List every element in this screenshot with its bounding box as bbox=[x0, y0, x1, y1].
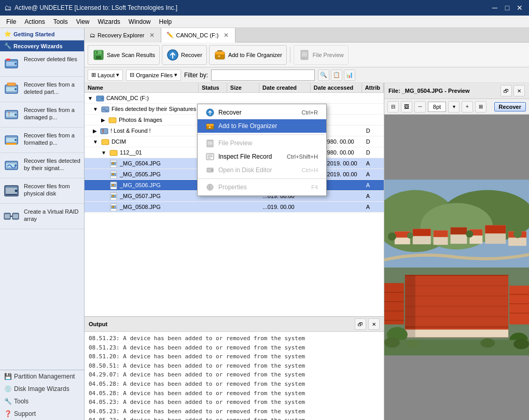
sidebar-item-physical[interactable]: Recover files from physical disk bbox=[0, 178, 84, 204]
preview-restore-btn[interactable]: 🗗 bbox=[500, 85, 512, 96]
output-line: 08.51.23: A device has been added to or … bbox=[89, 334, 380, 343]
sidebar-item-signatures[interactable]: Recover files detected by their signat..… bbox=[0, 153, 84, 178]
cell-name-signatures: ▼ Files detected by their Signatures bbox=[85, 104, 199, 114]
svg-point-10 bbox=[15, 114, 17, 116]
svg-rect-110 bbox=[384, 283, 404, 324]
layout-button[interactable]: ⊞ Layout ▾ bbox=[88, 69, 123, 81]
maximize-button[interactable]: □ bbox=[502, 4, 512, 12]
file-preview-button[interactable]: File Preview bbox=[294, 45, 349, 65]
svg-rect-121 bbox=[384, 340, 529, 355]
sidebar-item-raid[interactable]: Create a Virtual RAID array bbox=[0, 204, 84, 229]
cell-size-0508 bbox=[227, 206, 259, 208]
ctx-file-preview[interactable]: File Preview bbox=[198, 136, 326, 150]
preview-size-input[interactable] bbox=[428, 102, 446, 112]
cell-accessed bbox=[311, 97, 363, 99]
table-row[interactable]: ▼ CANON_DC (F:) bbox=[85, 93, 384, 104]
menu-tools[interactable]: Tools bbox=[49, 17, 72, 26]
preview-img-btn[interactable]: 🖼 bbox=[401, 101, 412, 113]
ctx-disk-editor[interactable]: Open in Disk Editor Ctrl+H bbox=[198, 163, 326, 177]
svg-point-122 bbox=[384, 337, 400, 347]
content-area: 🗂 Recovery Explorer ✕ ✏️ CANON_DC (F:) ✕… bbox=[85, 28, 529, 420]
context-menu: Recover Ctrl+R + Add to File Organizer bbox=[197, 104, 327, 196]
sidebar-item-deleted-part[interactable]: Recover files from a deleted part... bbox=[0, 77, 84, 102]
header-status[interactable]: Status bbox=[199, 83, 227, 92]
output-close-btn[interactable]: ✕ bbox=[368, 318, 380, 330]
sidebar-item-formatted[interactable]: Recover files from a formatted p... bbox=[0, 128, 84, 153]
tab-close-explorer[interactable]: ✕ bbox=[148, 32, 156, 39]
menu-file[interactable]: File bbox=[2, 17, 20, 26]
ctx-recover-label: Recover bbox=[218, 109, 242, 116]
header-accessed[interactable]: Date accessed bbox=[311, 83, 362, 92]
preview-zoom-out-btn[interactable]: ─ bbox=[414, 101, 426, 113]
expand-icon[interactable]: ▼ bbox=[88, 95, 93, 101]
svg-rect-25 bbox=[5, 214, 10, 218]
header-attrib[interactable]: Attrib bbox=[362, 83, 384, 92]
ctx-recover[interactable]: Recover Ctrl+R bbox=[198, 106, 326, 119]
add-organizer-button[interactable]: + Add to File Organizer bbox=[209, 45, 287, 65]
sidebar-disk-image[interactable]: 💿 Disk Image Wizards bbox=[0, 383, 84, 395]
sidebar-recovery-wizards[interactable]: 🔧 Recovery Wizards bbox=[0, 40, 84, 51]
cell-attrib-0506: A bbox=[363, 181, 384, 189]
minimize-button[interactable]: ─ bbox=[490, 4, 500, 12]
hdd-physical-icon bbox=[3, 183, 20, 199]
expand-icon-sig[interactable]: ▼ bbox=[93, 106, 98, 112]
tab-canon-dc[interactable]: ✏️ CANON_DC (F:) ✕ bbox=[161, 28, 235, 43]
preview-first-btn[interactable]: ⊟ bbox=[387, 101, 399, 113]
svg-text:+: + bbox=[208, 125, 211, 130]
svg-point-50 bbox=[112, 162, 114, 164]
explorer-tab-icon: 🗂 bbox=[90, 32, 95, 38]
expand-icon-dcim[interactable]: ▼ bbox=[93, 139, 98, 145]
ctx-inspect[interactable]: Inspect File Record Ctrl+Shift+H bbox=[198, 150, 326, 163]
ctx-properties[interactable]: i Properties F4 bbox=[198, 180, 326, 194]
cell-name-0507: _MG_0507.JPG bbox=[85, 191, 199, 201]
sidebar-tools[interactable]: 🔧 Tools bbox=[0, 395, 84, 408]
table-row[interactable]: _MG_0508.JPG ...019. 00.00 A bbox=[85, 202, 384, 213]
menu-view[interactable]: View bbox=[72, 17, 94, 26]
header-created[interactable]: Date created bbox=[259, 83, 311, 92]
ctx-inspect-icon bbox=[206, 152, 214, 161]
ctx-inspect-shortcut: Ctrl+Shift+H bbox=[287, 153, 318, 160]
sidebar-item-damaged[interactable]: ! Recover files from a damaged p... bbox=[0, 102, 84, 128]
output-line: 04.29.07: A device has been added to or … bbox=[89, 370, 380, 380]
menu-window[interactable]: Window bbox=[124, 17, 155, 26]
preview-recover-btn[interactable]: Recover bbox=[494, 102, 526, 111]
expand-icon-lost[interactable]: ▶ bbox=[93, 128, 97, 134]
cell-accessed-0508 bbox=[311, 206, 363, 208]
save-scan-button[interactable]: Save Scan Results bbox=[88, 45, 160, 65]
output-line: 04.05.23: A device has been added to or … bbox=[89, 416, 380, 420]
filter-input[interactable] bbox=[211, 69, 315, 81]
menu-help[interactable]: Help bbox=[155, 17, 176, 26]
partition-icon: 💾 bbox=[4, 373, 12, 380]
close-button[interactable]: ✕ bbox=[514, 4, 525, 12]
chevron-down-icon-2: ▾ bbox=[174, 72, 177, 78]
112-name: 112__01 bbox=[120, 149, 142, 156]
filter-search-btn[interactable]: 🔍 bbox=[318, 69, 329, 81]
ctx-add-organizer[interactable]: + Add to File Organizer bbox=[198, 119, 326, 133]
preview-zoom-in-btn[interactable]: + bbox=[462, 101, 473, 113]
tools-icon: 🔧 bbox=[4, 398, 12, 405]
output-restore-btn[interactable]: 🗗 bbox=[355, 318, 366, 330]
preview-toolbar: ⊟ 🖼 ─ ▾ + ⊞ Recover bbox=[384, 99, 529, 115]
expand-icon-photos[interactable]: ▶ bbox=[101, 117, 105, 123]
filter-export-btn[interactable]: 📊 bbox=[344, 69, 355, 81]
preview-dropdown-btn[interactable]: ▾ bbox=[448, 101, 460, 113]
tab-recovery-explorer[interactable]: 🗂 Recovery Explorer ✕ bbox=[85, 28, 161, 43]
sidebar-item-deleted[interactable]: Recover deleted files bbox=[0, 51, 84, 77]
header-name[interactable]: Name bbox=[85, 83, 199, 92]
menu-wizards[interactable]: Wizards bbox=[94, 17, 124, 26]
filter-copy-btn[interactable]: 📋 bbox=[331, 69, 342, 81]
svg-rect-15 bbox=[6, 143, 17, 145]
header-size[interactable]: Size bbox=[227, 83, 259, 92]
preview-fit-btn[interactable]: ⊞ bbox=[475, 101, 486, 113]
sidebar-partition-mgmt[interactable]: 💾 Partition Management bbox=[0, 370, 84, 383]
preview-close-btn[interactable]: ✕ bbox=[513, 85, 525, 96]
tab-close-canon[interactable]: ✕ bbox=[222, 32, 230, 39]
sidebar-getting-started[interactable]: ⭐ Getting Started bbox=[0, 28, 84, 40]
sidebar-support[interactable]: ❓ Support bbox=[0, 408, 84, 420]
app-title: Active@ UNDELETE [Licensed to: LSoft Tec… bbox=[15, 4, 177, 11]
menu-actions[interactable]: Actions bbox=[20, 17, 49, 26]
expand-icon-112[interactable]: ▼ bbox=[101, 150, 106, 156]
organize-files-button[interactable]: ⊟ Organize Files ▾ bbox=[126, 69, 181, 81]
ctx-disk-icon bbox=[206, 166, 214, 174]
recover-button[interactable]: Recover bbox=[162, 45, 207, 65]
